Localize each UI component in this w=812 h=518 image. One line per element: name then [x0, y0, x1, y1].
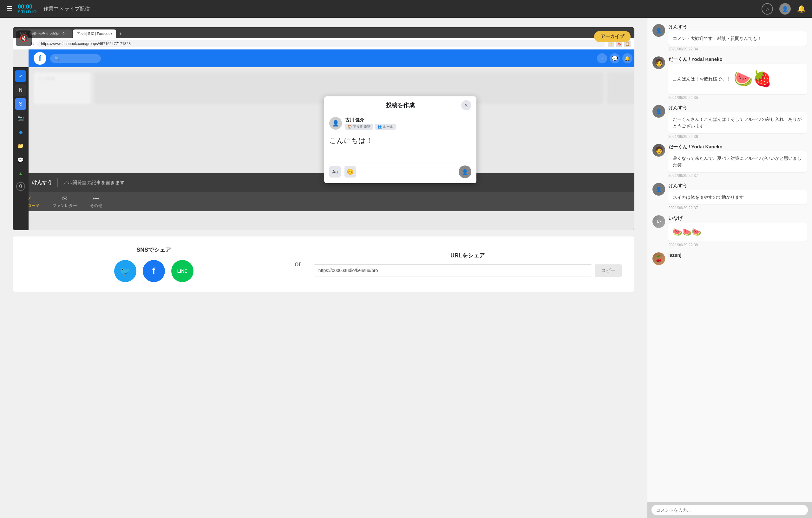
- chat-bubble-5: スイカは体を冷やすので助かります！: [668, 190, 807, 205]
- chat-avatar-daakun-2: 🧑: [652, 144, 665, 157]
- user-avatar[interactable]: 👤: [779, 3, 791, 14]
- video-description: アル開発室の記事を書きます: [63, 180, 125, 186]
- notification-bell-icon[interactable]: 🔔: [797, 5, 806, 13]
- chat-timestamp-4: 2021/06/29 22:37: [668, 174, 807, 178]
- chat-fruit-image: 🍉🍓: [734, 67, 772, 90]
- post-user-avatar: 👤: [329, 117, 342, 130]
- more-label: その他: [90, 203, 102, 209]
- chat-avatar-kensuu-1: 👤: [652, 24, 665, 37]
- fb-messenger-icon[interactable]: 💬: [610, 53, 620, 63]
- chat-input-field[interactable]: [651, 505, 808, 515]
- line-share-button[interactable]: LINE: [171, 260, 194, 282]
- facebook-share-button[interactable]: f: [143, 260, 165, 282]
- chat-username-2: だーくん / Yodai Kaneko: [668, 56, 807, 62]
- chat-timestamp-3: 2021/06/29 22:36: [668, 134, 807, 139]
- post-toolbar-left: Aa 😊: [329, 166, 356, 178]
- chat-body-3: けんすう だーくんさん！こんばんは！そしてフルーツの差し入れ！ありがとうございま…: [668, 105, 807, 139]
- chat-username-7: lazsnj: [668, 252, 807, 258]
- post-creation-modal: 投稿を作成 × 👤 古川 健介: [324, 96, 476, 183]
- sidebar-icon-circle[interactable]: 0: [16, 182, 25, 191]
- fan-letter-icon: ✉: [62, 195, 67, 202]
- sns-share-icons: 🐦 f LINE: [114, 260, 194, 282]
- nav-right-actions: ▷ 👤 🔔: [761, 3, 806, 14]
- share-section: SNSでシェア 🐦 f LINE or URLをシェア: [13, 237, 634, 292]
- chat-avatar-inage: い: [652, 215, 665, 228]
- chat-message-2: 🧑 だーくん / Yodai Kaneko こんばんは！お疲れ様です！ 🍉🍓 2…: [652, 56, 807, 100]
- new-tab-button[interactable]: +: [117, 29, 124, 38]
- chat-bubble-1: コメント大歓迎です！雑談・質問なんでも！: [668, 31, 807, 45]
- post-input-area[interactable]: こんにちは！: [329, 133, 471, 159]
- chat-avatar-kensuu-3: 👤: [652, 183, 665, 195]
- chat-timestamp-1: 2021/06/29 22:34: [668, 47, 807, 51]
- chat-message-1: 👤 けんすう コメント大歓迎です！雑談・質問なんでも！ 2021/06/29 2…: [652, 24, 807, 51]
- fb-bell-icon[interactable]: 🔔: [622, 53, 633, 63]
- facebook-header-icons: + 💬 🔔 ▼: [597, 53, 634, 63]
- video-info-bar: 👤 けんすう アル開発室の記事を書きます: [13, 173, 634, 192]
- twitter-icon: 🐦: [120, 266, 131, 276]
- browser-url-bar[interactable]: https://www.facebook.com/groups/46716247…: [37, 40, 605, 47]
- post-user-info: 👤 古川 健介 🏠 アル開発室 👥 ルール: [329, 117, 471, 130]
- chat-message-5: 👤 けんすう スイカは体を冷やすので助かります！ 2021/06/29 22:3…: [652, 183, 807, 210]
- chat-avatar-daakun-1: 🧑: [652, 56, 665, 69]
- browser-tab-2[interactable]: アル開発室 | Facebook: [73, 29, 116, 38]
- mute-icon: 🔇: [20, 34, 28, 42]
- post-modal-close-button[interactable]: ×: [461, 100, 471, 110]
- sidebar-icon-diamond[interactable]: ◆: [15, 126, 26, 138]
- chat-message-3: 👤 けんすう だーくんさん！こんばんは！そしてフルーツの差し入れ！ありがとうござ…: [652, 105, 807, 139]
- sns-share-area: SNSでシェア 🐦 f LINE: [25, 246, 282, 282]
- chat-input-bar: [647, 502, 812, 518]
- sidebar-icon-s[interactable]: S: [15, 98, 26, 110]
- sidebar-icon-triangle[interactable]: ▲: [15, 168, 26, 179]
- chat-body-6: いなげ 🍉🍉🍉 2021/06/29 22:38: [668, 215, 807, 247]
- sidebar-icon-camera[interactable]: 📷: [15, 112, 26, 124]
- mute-overlay[interactable]: 🔇: [16, 30, 32, 46]
- top-navigation: ☰ 00:00 STUDIO 作業中 × ライブ配信 ▷ 👤 🔔: [0, 0, 812, 18]
- twitter-share-button[interactable]: 🐦: [114, 260, 136, 282]
- sidebar-icon-n[interactable]: N: [15, 84, 26, 96]
- chat-username-3: けんすう: [668, 105, 807, 111]
- url-share-area: URLをシェア コピー: [314, 252, 622, 277]
- page-title: 作業中 × ライブ配信: [44, 6, 90, 12]
- hamburger-menu-icon[interactable]: ☰: [6, 5, 13, 13]
- chat-username-6: いなげ: [668, 215, 807, 221]
- chat-timestamp-5: 2021/06/29 22:37: [668, 206, 807, 210]
- post-tag-2[interactable]: 👥 ルール: [375, 124, 396, 130]
- line-icon: LINE: [177, 269, 187, 274]
- chat-bubble-4: 暑くなって来たんで、夏バテ対策にフルーツがいいかと思いました笑: [668, 151, 807, 172]
- chat-message-7: 🍒 lazsnj: [652, 252, 807, 265]
- url-share-row: コピー: [314, 264, 622, 277]
- sidebar-icon-check[interactable]: ✓: [15, 70, 26, 82]
- fan-letter-action[interactable]: ✉ ファンレター: [52, 195, 77, 209]
- post-user-name: 古川 健介: [345, 117, 396, 123]
- post-emoji-icon[interactable]: 😊: [345, 166, 356, 178]
- post-format-icon[interactable]: Aa: [329, 166, 341, 178]
- play-icon: ▷: [766, 6, 769, 11]
- more-action[interactable]: ••• その他: [90, 195, 102, 209]
- play-button[interactable]: ▷: [761, 3, 773, 14]
- logo-time: 00:00: [18, 4, 37, 9]
- video-username: けんすう: [32, 179, 52, 186]
- chat-panel: 👤 けんすう コメント大歓迎です！雑談・質問なんでも！ 2021/06/29 2…: [647, 18, 812, 518]
- chat-bubble-2: こんばんは！お疲れ様です！ 🍉🍓: [668, 64, 807, 94]
- sidebar-icon-msg[interactable]: 💬: [15, 154, 26, 165]
- post-modal-header: 投稿を作成 ×: [329, 101, 471, 109]
- browser-address-bar: ← → ↻ https://www.facebook.com/groups/46…: [13, 38, 634, 50]
- chat-username-1: けんすう: [668, 24, 807, 30]
- post-modal-title: 投稿を作成: [386, 101, 414, 109]
- chat-avatar-kensuu-2: 👤: [652, 105, 665, 118]
- chat-messages-list: 👤 けんすう コメント大歓迎です！雑談・質問なんでも！ 2021/06/29 2…: [647, 18, 812, 502]
- chat-bubble-3: だーくんさん！こんばんは！そしてフルーツの差し入れ！ありがとうございます！: [668, 112, 807, 133]
- archive-button[interactable]: アーカイブ: [594, 31, 631, 42]
- fb-add-icon[interactable]: +: [597, 53, 607, 63]
- url-share-title: URLをシェア: [314, 252, 622, 259]
- video-separator: [57, 178, 58, 187]
- chat-body-7: lazsnj: [668, 252, 807, 259]
- sns-share-title: SNSでシェア: [136, 246, 171, 254]
- url-share-input[interactable]: [314, 264, 592, 276]
- video-container: 🔇 アーカイブ 配信 | 作業中×ライブ配信 - 0 ... アル開発室 | F…: [13, 27, 634, 230]
- facebook-search[interactable]: 🔍: [50, 54, 101, 63]
- sidebar-icon-folder[interactable]: 📁: [15, 140, 26, 152]
- chat-message-6: い いなげ 🍉🍉🍉 2021/06/29 22:38: [652, 215, 807, 247]
- copy-url-button[interactable]: コピー: [595, 264, 622, 277]
- post-tag-1[interactable]: 🏠 アル開発室: [345, 124, 373, 130]
